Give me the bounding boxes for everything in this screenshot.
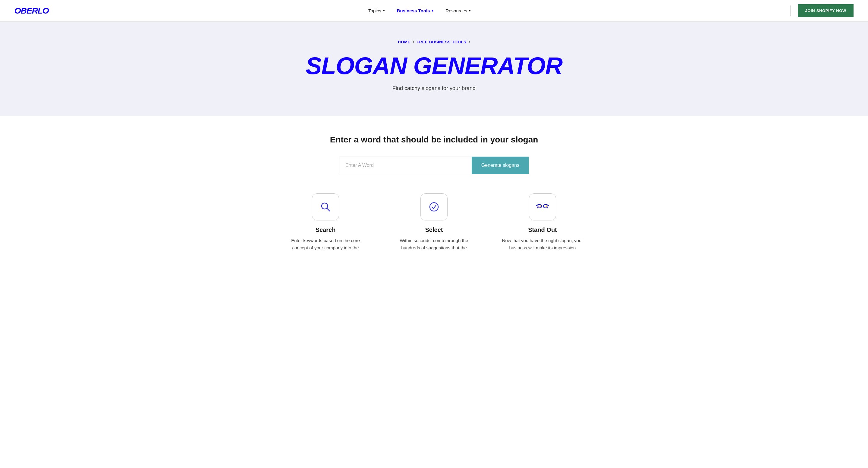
check-circle-icon bbox=[427, 200, 441, 213]
svg-point-2 bbox=[430, 203, 438, 211]
feature-search-title: Search bbox=[315, 227, 336, 233]
hero-subtitle: Find catchy slogans for your brand bbox=[14, 85, 854, 92]
nav-resources-label: Resources bbox=[445, 8, 467, 13]
join-shopify-button[interactable]: JOIN SHOPIFY NOW bbox=[798, 4, 854, 17]
nav-divider bbox=[790, 5, 790, 16]
brand-logo[interactable]: OBERLO bbox=[14, 6, 49, 16]
breadcrumb-home[interactable]: HOME bbox=[398, 40, 410, 44]
svg-text:⚡: ⚡ bbox=[545, 205, 548, 207]
main-content: Enter a word that should be included in … bbox=[0, 115, 868, 275]
breadcrumb-separator-2: / bbox=[469, 40, 470, 44]
nav-topics[interactable]: Topics ▾ bbox=[368, 6, 385, 15]
navbar-right: JOIN SHOPIFY NOW bbox=[790, 4, 854, 17]
breadcrumb: HOME / FREE BUSINESS TOOLS / bbox=[14, 40, 854, 44]
feature-search: Search Enter keywords based on the core … bbox=[283, 193, 368, 252]
chevron-down-icon: ▾ bbox=[383, 9, 385, 13]
page-title: SLOGAN GENERATOR bbox=[14, 54, 854, 78]
feature-select-desc: Within seconds, comb through the hundred… bbox=[392, 237, 476, 252]
breadcrumb-free-business-tools[interactable]: FREE BUSINESS TOOLS bbox=[416, 40, 466, 44]
feature-stand-out-desc: Now that you have the right slogan, your… bbox=[500, 237, 585, 252]
nav-links: Topics ▾ Business Tools ▾ Resources ▾ bbox=[368, 6, 471, 15]
feature-search-desc: Enter keywords based on the core concept… bbox=[283, 237, 368, 252]
feature-stand-out: ⚡ ⚡ Stand Out Now that you have the righ… bbox=[500, 193, 585, 252]
search-icon bbox=[319, 200, 332, 213]
navbar: OBERLO Topics ▾ Business Tools ▾ Resourc… bbox=[0, 0, 868, 22]
section-heading: Enter a word that should be included in … bbox=[14, 135, 854, 144]
nav-topics-label: Topics bbox=[368, 8, 381, 13]
slogan-input-row: Generate slogans bbox=[14, 157, 854, 174]
feature-stand-out-title: Stand Out bbox=[528, 227, 557, 233]
glasses-icon: ⚡ ⚡ bbox=[536, 200, 549, 213]
feature-select-title: Select bbox=[425, 227, 443, 233]
hero-section: HOME / FREE BUSINESS TOOLS / SLOGAN GENE… bbox=[0, 22, 868, 115]
svg-line-1 bbox=[327, 208, 330, 211]
feature-select: Select Within seconds, comb through the … bbox=[392, 193, 476, 252]
glasses-icon-wrap: ⚡ ⚡ bbox=[529, 193, 556, 221]
search-icon-wrap bbox=[312, 193, 339, 221]
nav-resources[interactable]: Resources ▾ bbox=[445, 6, 471, 15]
svg-text:⚡: ⚡ bbox=[539, 205, 542, 207]
nav-business-tools-label: Business Tools bbox=[397, 8, 430, 13]
chevron-down-icon: ▾ bbox=[432, 9, 433, 13]
breadcrumb-separator-1: / bbox=[413, 40, 414, 44]
check-circle-icon-wrap bbox=[421, 193, 447, 221]
word-input[interactable] bbox=[339, 157, 472, 174]
chevron-down-icon: ▾ bbox=[469, 9, 471, 13]
features-section: Search Enter keywords based on the core … bbox=[14, 193, 854, 252]
nav-business-tools[interactable]: Business Tools ▾ bbox=[397, 6, 434, 15]
generate-slogans-button[interactable]: Generate slogans bbox=[472, 157, 529, 174]
